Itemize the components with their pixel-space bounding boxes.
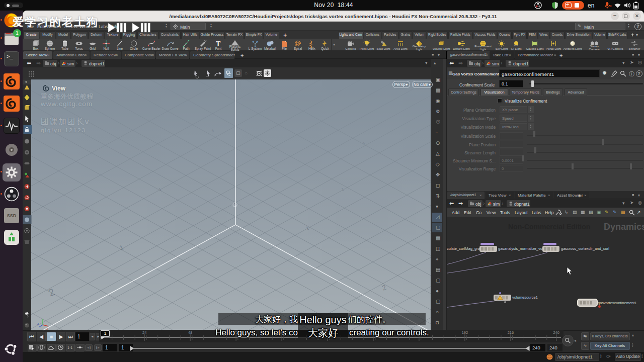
svg-text:240: 240 [553, 330, 560, 335]
svg-text:x: x [46, 327, 48, 330]
svg-text:192: 192 [462, 330, 468, 335]
svg-text:z: z [37, 322, 39, 325]
svg-text:216: 216 [508, 330, 514, 335]
svg-text:24: 24 [142, 330, 146, 335]
svg-text:0: 0 [610, 5, 612, 8]
svg-text:1·1: 1·1 [67, 346, 72, 349]
svg-text:48: 48 [188, 330, 192, 335]
